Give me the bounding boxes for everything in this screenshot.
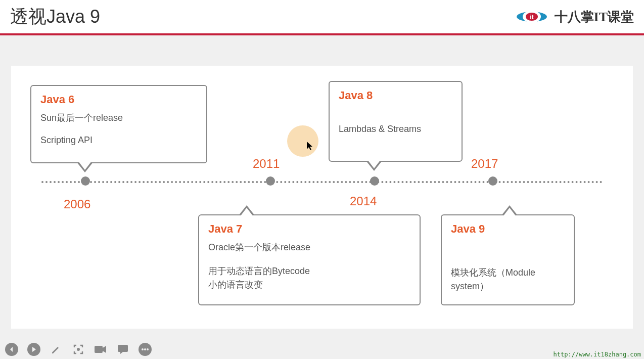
brand-logo-icon: it: [514, 7, 549, 27]
toolbar: [5, 343, 152, 356]
pen-icon[interactable]: [50, 343, 63, 356]
footer-url: http://www.it18zhang.com: [554, 351, 641, 358]
page-title: 透视Java 9: [10, 5, 100, 29]
card-java7-line1: Oracle第一个版本release: [208, 241, 410, 254]
card-java7: Java 7 Oracle第一个版本release 用于动态语言的Bytecod…: [198, 214, 421, 305]
pointer-java8: [366, 161, 382, 171]
year-2006: 2006: [64, 197, 90, 211]
card-java8: Java 8 Lambdas & Streams: [329, 81, 463, 162]
svg-rect-6: [118, 345, 128, 352]
card-java6-title: Java 6: [40, 93, 197, 106]
prev-button[interactable]: [5, 343, 18, 356]
brand: it 十八掌IT课堂: [514, 7, 634, 27]
svg-point-9: [147, 348, 149, 350]
svg-point-8: [144, 348, 146, 350]
timeline-node-2006: [81, 176, 90, 186]
card-java9-title: Java 9: [451, 222, 565, 236]
year-2017: 2017: [471, 157, 498, 171]
timeline-axis: [41, 181, 603, 183]
header: 透视Java 9 it 十八掌IT课堂: [0, 0, 644, 35]
card-java6: Java 6 Sun最后一个release Scripting API: [30, 85, 207, 163]
timeline-node-2017: [488, 176, 497, 186]
svg-rect-5: [95, 346, 103, 353]
svg-text:it: it: [530, 14, 533, 21]
card-java7-line3: 小的语言改变: [208, 278, 410, 292]
card-java6-line2: Scripting API: [40, 135, 197, 146]
focus-icon[interactable]: [72, 343, 85, 356]
year-2014: 2014: [350, 194, 377, 208]
slide-content: 2006 2011 2014 2017 Java 6 Sun最后一个releas…: [11, 66, 633, 329]
year-2011: 2011: [253, 157, 280, 171]
card-java8-line1: Lambdas & Streams: [339, 122, 452, 136]
pointer-java9: [501, 205, 518, 215]
svg-point-4: [77, 348, 80, 351]
card-java6-line1: Sun最后一个release: [40, 111, 197, 125]
card-java8-title: Java 8: [339, 89, 452, 102]
card-java9-line1: 模块化系统（Module system）: [451, 266, 565, 293]
pointer-java6: [77, 162, 93, 172]
timeline-node-2011: [266, 176, 275, 186]
cursor-icon: [307, 142, 314, 153]
comment-icon[interactable]: [116, 343, 129, 356]
camera-icon[interactable]: [94, 343, 107, 356]
card-java9: Java 9 模块化系统（Module system）: [441, 214, 575, 305]
pointer-java7: [239, 205, 255, 215]
play-button[interactable]: [27, 343, 40, 356]
brand-text: 十八掌IT课堂: [555, 8, 634, 26]
svg-point-7: [142, 348, 144, 350]
card-java7-title: Java 7: [208, 222, 410, 236]
more-button[interactable]: [139, 343, 152, 356]
timeline-node-2014: [370, 176, 379, 186]
card-java7-line2: 用于动态语言的Bytecode: [208, 264, 410, 278]
